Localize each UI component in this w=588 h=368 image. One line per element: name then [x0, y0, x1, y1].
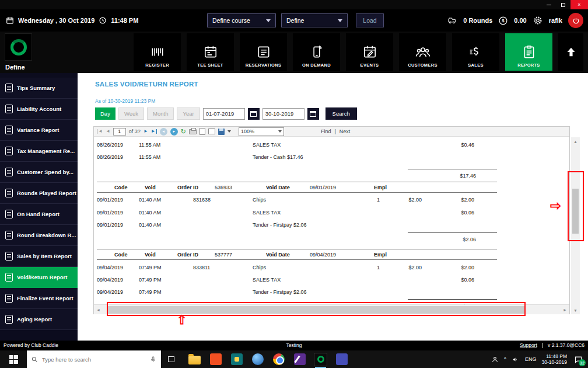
nav-tile-label: ON DEMAND	[302, 63, 331, 68]
to-date-calendar-button[interactable]	[307, 108, 319, 120]
vertical-scrollbar-thumb[interactable]	[572, 189, 579, 234]
total-separator-line	[408, 299, 497, 300]
define-select[interactable]: Define	[281, 13, 348, 27]
sidebar-item-customer-spend[interactable]: Customer Spend by...	[0, 162, 78, 183]
sidebar-item-on-hand-report[interactable]: On Hand Report	[0, 204, 78, 225]
print-layout-button[interactable]	[200, 128, 205, 135]
report-row: 09/01/2019 01:40 AM SALES TAX $0.06	[94, 207, 569, 218]
back-button[interactable]: ◄	[160, 128, 167, 136]
username[interactable]: rafik	[549, 17, 562, 24]
sidebar-item-round-breakdown[interactable]: Round Breakdown R...	[0, 225, 78, 246]
day-filter-button[interactable]: Day	[95, 107, 116, 120]
volume-icon[interactable]	[512, 356, 520, 363]
language-indicator[interactable]: ENG	[525, 356, 537, 362]
gear-icon[interactable]	[533, 15, 543, 26]
year-filter-button[interactable]: Year	[177, 107, 200, 120]
print-button[interactable]	[189, 129, 197, 134]
minimize-button[interactable]	[541, 0, 556, 9]
taskbar-app-sphere-icon[interactable]	[251, 353, 264, 366]
nav-tile-reservations[interactable]: RESERVATIONS	[240, 33, 287, 71]
from-date-input[interactable]	[203, 108, 245, 120]
maximize-button[interactable]	[556, 0, 570, 9]
taskbar-app-orange-icon[interactable]	[209, 353, 222, 366]
nav-tile-tee-sheet[interactable]: TEE SHEET	[187, 33, 234, 71]
sidebar-item-aging-report[interactable]: Aging Report	[0, 309, 78, 330]
report-row: 08/26/2019 11:55 AM Tender - Cash $17.46	[94, 151, 569, 163]
club-caddie-app-icon[interactable]	[314, 353, 327, 366]
power-button[interactable]	[568, 13, 583, 28]
month-filter-button[interactable]: Month	[147, 107, 174, 120]
action-center-button[interactable]: 32	[572, 353, 584, 365]
vertical-scrollbar[interactable]: ▲ ▼	[571, 137, 580, 314]
task-view-button[interactable]	[161, 350, 181, 368]
nav-tile-on-demand[interactable]: ON DEMAND	[293, 33, 340, 71]
nav-tile-label: TEE SHEET	[197, 63, 223, 68]
nav-tile-label: REPORTS	[517, 63, 540, 68]
sidebar-item-tips-summary[interactable]: Tips Summary	[0, 78, 78, 99]
page-number-input[interactable]	[113, 128, 126, 136]
sidebar-item-finalize-event[interactable]: Finalize Event Report	[0, 288, 78, 309]
person-icon[interactable]	[491, 356, 499, 363]
taskbar-search[interactable]	[27, 350, 161, 368]
sidebar-item-tax-management[interactable]: Tax Management Re...	[0, 141, 78, 162]
clock-icon	[99, 16, 107, 25]
report-row: 09/04/2019 07:49 PM SALES TAX $0.06	[94, 274, 569, 286]
nav-tile-sales[interactable]: SALES	[452, 33, 499, 71]
scroll-right-button[interactable]: ►	[561, 305, 569, 314]
next-page-button[interactable]: ►	[144, 129, 148, 134]
amount-cell: $0.46	[438, 139, 474, 151]
load-button[interactable]: Load	[356, 13, 384, 27]
sidebar-item-label: Void/Return Report	[17, 274, 67, 280]
find-button[interactable]: Find	[321, 129, 331, 134]
visual-studio-icon[interactable]	[293, 353, 306, 366]
to-date-input[interactable]	[262, 108, 304, 120]
amount-cell: $2.00	[438, 262, 474, 273]
sidebar-item-liability-account[interactable]: Liability Account	[0, 99, 78, 120]
previous-page-button[interactable]: ◄	[106, 129, 110, 134]
forward-button[interactable]: ►	[170, 128, 178, 136]
week-filter-button[interactable]: Week	[118, 107, 144, 120]
taskbar-app-teal-icon[interactable]	[230, 353, 243, 366]
sidebar-item-void-return-report[interactable]: Void/Return Report	[0, 267, 78, 288]
scroll-left-button[interactable]: ◄	[94, 305, 103, 314]
course-select[interactable]: Define course	[207, 13, 276, 27]
refresh-button[interactable]: ↻	[181, 129, 186, 135]
chevron-up-icon[interactable]: ^	[504, 356, 506, 362]
horizontal-scrollbar[interactable]: ◄ ►	[94, 304, 569, 314]
club-caddie-logo	[5, 33, 32, 61]
calendar-icon	[310, 111, 316, 117]
microphone-icon[interactable]	[149, 356, 157, 363]
from-date-calendar-button[interactable]	[248, 108, 260, 120]
find-next-button[interactable]: Next	[340, 129, 351, 134]
scroll-up-button[interactable]: ▲	[571, 137, 580, 145]
start-button[interactable]	[0, 350, 27, 368]
nav-tile-customers[interactable]: CUSTOMERS	[399, 33, 446, 71]
tee-sheet-icon	[203, 44, 218, 60]
taskbar-app-purple-icon[interactable]	[335, 353, 348, 366]
qty-cell: 1	[359, 262, 380, 273]
taskbar-search-input[interactable]	[42, 356, 146, 363]
nav-tile-register[interactable]: REGISTER	[134, 33, 181, 71]
search-button[interactable]: Search	[326, 107, 357, 120]
first-page-button[interactable]: ◄	[97, 129, 103, 134]
export-dropdown-icon[interactable]	[228, 130, 231, 133]
topbar: Wednesday , 30 Oct 2019 11:48 PM Define …	[0, 9, 588, 32]
nav-tile-events[interactable]: EVENTS	[346, 33, 393, 71]
horizontal-scrollbar-thumb[interactable]	[108, 306, 526, 314]
last-page-button[interactable]: ►	[151, 129, 157, 134]
file-explorer-icon[interactable]	[188, 353, 201, 366]
scroll-down-button[interactable]: ▼	[571, 306, 580, 314]
sidebar-item-sales-by-item[interactable]: Sales by Item Report	[0, 246, 78, 267]
sidebar-item-variance-report[interactable]: Variance Report	[0, 120, 78, 141]
sidebar-item-rounds-played[interactable]: Rounds Played Report	[0, 183, 78, 204]
collapse-nav-button[interactable]	[558, 33, 583, 71]
chrome-icon[interactable]	[272, 353, 285, 366]
support-link[interactable]: Support	[520, 342, 537, 348]
page-setup-button[interactable]	[208, 129, 215, 134]
close-button[interactable]: ×	[570, 0, 588, 9]
zoom-select[interactable]: 100%	[239, 127, 284, 136]
separator: |	[542, 342, 543, 348]
export-button[interactable]	[218, 129, 225, 135]
nav-tile-reports[interactable]: REPORTS	[505, 33, 552, 71]
tray-clock[interactable]: 11:48 PM 30-10-2019	[542, 353, 567, 365]
